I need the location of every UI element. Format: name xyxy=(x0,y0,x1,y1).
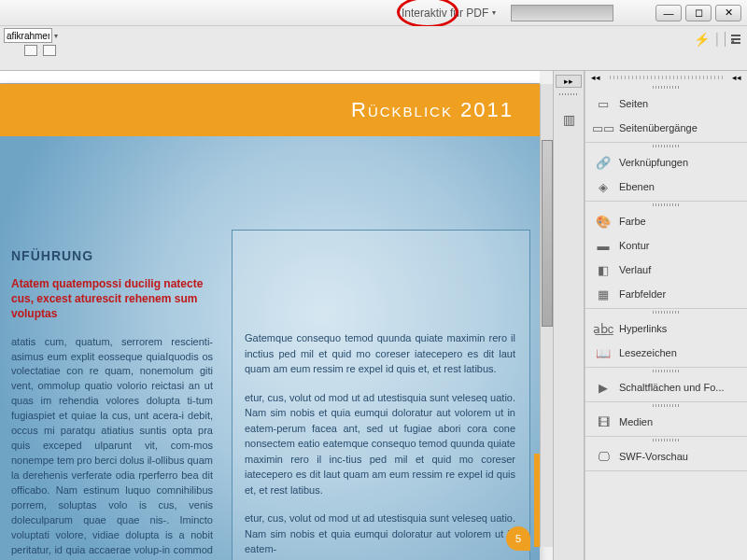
panel-farbfelder[interactable]: ▦Farbfelder xyxy=(585,282,747,306)
transitions-icon: ▭▭ xyxy=(595,120,612,135)
links-icon: 🔗 xyxy=(595,155,612,170)
panel-swf-vorschau[interactable]: 🖵SWF-Vorschau xyxy=(585,444,747,469)
panel-label: Schaltflächen und Fo... xyxy=(619,382,725,393)
media-icon: 🎞 xyxy=(595,414,612,429)
panel-ebenen[interactable]: ◈Ebenen xyxy=(585,175,747,199)
panel-label: Seiten xyxy=(619,98,648,109)
panel-group: 🖵SWF-Vorschau xyxy=(585,437,747,471)
panel-label: SWF-Vorschau xyxy=(619,451,688,462)
scrollbar-thumb[interactable] xyxy=(542,140,553,327)
pages-icon: ▭ xyxy=(595,96,612,111)
panel-kontur[interactable]: ▬Kontur xyxy=(585,233,747,258)
control-bar: ▾ ⚡ | ▾ xyxy=(0,26,747,71)
bookmarks-icon: 📖 xyxy=(595,345,612,360)
option-icon-1[interactable] xyxy=(24,45,37,56)
close-button[interactable]: ✕ xyxy=(715,5,741,21)
gradient-icon: ◧ xyxy=(595,262,612,277)
frame-type-input[interactable] xyxy=(4,28,52,43)
vertical-scrollbar[interactable] xyxy=(540,84,553,547)
panel-seiten[interactable]: ▭Seiten xyxy=(585,91,747,116)
panel-label: Hyperlinks xyxy=(619,323,667,334)
panel-menu-button[interactable]: ▾ xyxy=(725,32,740,47)
chevron-down-icon[interactable]: ▾ xyxy=(54,32,58,40)
page: Rückblick 2011 NFÜHRUNG Atatem quatempos… xyxy=(0,84,540,560)
chevron-down-icon: ▾ xyxy=(492,8,496,17)
library-icon[interactable]: ▥ xyxy=(557,108,580,131)
workspace-label: Interaktiv für PDF xyxy=(402,7,488,20)
panel-label: Medien xyxy=(619,416,653,427)
panel-verlauf[interactable]: ◧Verlauf xyxy=(585,258,747,282)
dock-grip[interactable] xyxy=(559,93,578,99)
search-input[interactable] xyxy=(511,5,613,21)
panel-group: 🎨Farbe▬Kontur◧Verlauf▦Farbfelder xyxy=(585,202,747,309)
body-column-2: Gatemque consequo temod quunda quiate ma… xyxy=(245,330,515,560)
stroke-icon: ▬ xyxy=(595,238,612,253)
page-number-badge: 5 xyxy=(506,526,530,551)
panel-group: 🎞Medien xyxy=(585,402,747,437)
panel-group: a͟b͟cHyperlinks📖Lesezeichen xyxy=(585,309,747,368)
workspace-switcher[interactable]: Interaktiv für PDF ▾ xyxy=(402,7,496,20)
option-icon-2[interactable] xyxy=(43,45,56,56)
panel-label: Verlauf xyxy=(619,264,651,275)
collapse-panels-button[interactable]: ◂◂ xyxy=(589,72,602,83)
ruler-horizontal xyxy=(0,71,540,84)
panel-lesezeichen[interactable]: 📖Lesezeichen xyxy=(585,341,747,365)
panel-label: Verknüpfungen xyxy=(619,157,688,168)
titlebar: Interaktiv für PDF ▾ — ◻ ✕ xyxy=(0,0,747,26)
swatches-icon: ▦ xyxy=(595,287,612,301)
expand-dock-button[interactable]: ▸▸ xyxy=(556,75,582,88)
panel-seiten-berg-nge[interactable]: ▭▭Seitenübergänge xyxy=(585,116,747,140)
panel-farbe[interactable]: 🎨Farbe xyxy=(585,209,747,233)
document-canvas[interactable]: Rückblick 2011 NFÜHRUNG Atatem quatempos… xyxy=(0,71,553,560)
quick-apply-icon[interactable]: ⚡ xyxy=(694,32,710,47)
body-column-1: atatis cum, quatum, serrorem rescienti-a… xyxy=(11,335,213,560)
panel-label: Farbfelder xyxy=(619,288,666,300)
panel-group: 🔗Verknüpfungen◈Ebenen xyxy=(585,143,747,202)
panel-label: Farbe xyxy=(619,216,646,227)
maximize-button[interactable]: ◻ xyxy=(685,5,712,21)
swf-icon: 🖵 xyxy=(595,449,612,464)
panels-grip[interactable] xyxy=(610,76,723,79)
panel-stack: ◂◂ ◂◂ ▭Seiten▭▭Seitenübergänge🔗Verknüpfu… xyxy=(585,71,747,560)
panel-label: Seitenübergänge xyxy=(619,122,698,133)
page-banner: Rückblick 2011 xyxy=(0,84,540,136)
panel-group: ▶Schaltflächen und Fo... xyxy=(585,368,747,402)
panel-hyperlinks[interactable]: a͟b͟cHyperlinks xyxy=(585,316,747,341)
buttons-icon: ▶ xyxy=(595,380,612,395)
section-heading: NFÜHRUNG xyxy=(11,248,213,263)
collapsed-panel-dock: ▸▸ ▥ xyxy=(553,71,585,560)
panel-verkn-pfungen[interactable]: 🔗Verknüpfungen xyxy=(585,150,747,175)
lead-paragraph: Atatem quatempossi ducilig natecte cus, … xyxy=(11,276,213,322)
color-icon: 🎨 xyxy=(595,214,612,229)
panel-label: Kontur xyxy=(619,240,649,251)
background-image: NFÜHRUNG Atatem quatempossi ducilig nate… xyxy=(0,136,540,560)
minimize-button[interactable]: — xyxy=(655,5,682,21)
banner-title: Rückblick 2011 xyxy=(351,98,514,122)
collapse-panels-button-right[interactable]: ◂◂ xyxy=(730,72,743,83)
panel-medien[interactable]: 🎞Medien xyxy=(585,410,747,434)
window-controls: — ◻ ✕ xyxy=(655,5,747,21)
hyperlinks-icon: a͟b͟c xyxy=(595,321,612,336)
layers-icon: ◈ xyxy=(595,179,612,194)
panel-label: Ebenen xyxy=(619,181,655,192)
panel-schaltfl-chen-und-fo-[interactable]: ▶Schaltflächen und Fo... xyxy=(585,375,747,399)
panel-group: ▭Seiten▭▭Seitenübergänge xyxy=(585,84,747,143)
panel-label: Lesezeichen xyxy=(619,347,677,358)
